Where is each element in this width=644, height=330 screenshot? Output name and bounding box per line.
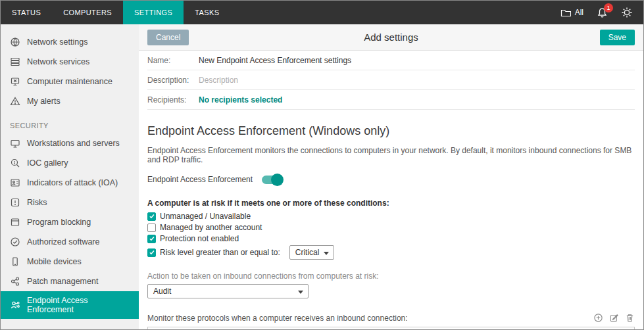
- edit-protocol-button[interactable]: [609, 313, 619, 323]
- sidebar-item-label: Computer maintenance: [27, 77, 112, 86]
- tab-status[interactable]: STATUS: [1, 1, 52, 24]
- top-navigation: STATUS COMPUTERS SETTINGS TASKS All 1: [1, 1, 643, 24]
- recipients-row: Recipients: No recipients selected: [147, 90, 635, 110]
- sidebar-item-network-services[interactable]: Network services: [1, 52, 139, 72]
- window-icon: [10, 217, 20, 227]
- settings-gear-button[interactable]: [621, 7, 633, 18]
- checkbox-managed-other[interactable]: [147, 224, 156, 232]
- action-value: Audit: [153, 287, 171, 296]
- condition-label: Managed by another account: [160, 223, 262, 232]
- recipients-label: Recipients:: [147, 95, 199, 105]
- sidebar-item-workstations-and-servers[interactable]: Workstations and servers: [1, 133, 139, 153]
- name-row: Name: New Endpoint Access Enforcement se…: [147, 51, 635, 70]
- action-dropdown-label: Action to be taken on inbound connection…: [147, 271, 635, 281]
- sidebar-item-endpoint-access-enforcement[interactable]: Endpoint Access Enforcement: [1, 291, 139, 319]
- sidebar-item-label: Network services: [27, 57, 89, 66]
- condition-label: Risk level greater than or equal to:: [160, 248, 280, 257]
- sidebar-item-label: Mobile devices: [27, 257, 82, 266]
- enforcement-toggle[interactable]: [262, 176, 282, 184]
- gear-icon: [621, 7, 633, 18]
- description-row: Description: Description: [147, 70, 635, 90]
- app-window: STATUS COMPUTERS SETTINGS TASKS All 1: [0, 0, 644, 330]
- page-title: Add settings: [139, 32, 643, 43]
- risk-level-value: Critical: [295, 248, 320, 257]
- tab-settings[interactable]: SETTINGS: [123, 1, 184, 24]
- computer-group-selector[interactable]: All: [560, 7, 583, 18]
- enforcement-toggle-row: Endpoint Access Enforcement: [147, 175, 635, 184]
- globe-icon: [10, 37, 20, 47]
- cancel-button[interactable]: Cancel: [147, 30, 189, 45]
- name-field[interactable]: New Endpoint Access Enforcement settings: [199, 56, 351, 65]
- sidebar-item-program-blocking[interactable]: Program blocking: [1, 212, 139, 232]
- checkbox-protection[interactable]: [147, 235, 156, 243]
- notifications-button[interactable]: 1: [597, 7, 608, 18]
- sidebar-item-patch-management[interactable]: Patch management: [1, 271, 139, 291]
- sidebar-item-my-alerts[interactable]: My alerts: [1, 91, 139, 111]
- sidebar-item-computer-maintenance[interactable]: Computer maintenance: [1, 72, 139, 91]
- sidebar-item-network-settings[interactable]: Network settings: [1, 32, 139, 52]
- sidebar-item-mobile-devices[interactable]: Mobile devices: [1, 252, 139, 271]
- tab-tasks[interactable]: TASKS: [184, 1, 230, 24]
- sidebar-item-label: My alerts: [27, 97, 61, 106]
- description-field[interactable]: Description: [199, 76, 238, 85]
- computer-maintenance-icon: [10, 76, 20, 87]
- toggle-knob: [271, 174, 284, 186]
- sidebar-item-label: Workstations and servers: [27, 139, 120, 148]
- save-button[interactable]: Save: [600, 30, 635, 45]
- condition-managed-other: Managed by another account: [147, 223, 635, 232]
- sidebar-item-label: Authorized software: [27, 237, 99, 247]
- sidebar-section-security: SECURITY: [1, 111, 139, 133]
- sidebar-item-authorized-software[interactable]: Authorized software: [1, 232, 139, 252]
- sidebar-item-label: Patch management: [27, 277, 98, 286]
- plus-circle-icon: [593, 313, 603, 323]
- sidebar-item-risks[interactable]: Risks: [1, 193, 139, 212]
- condition-risk-level: Risk level greater than or equal to: Cri…: [147, 245, 635, 260]
- checkbox-risk-level[interactable]: [147, 248, 156, 257]
- protocols-label: Monitor these protocols when a computer …: [147, 314, 408, 323]
- group-selector-label: All: [575, 8, 583, 17]
- trash-icon: [625, 313, 635, 323]
- sidebar-item-indicators-of-attack[interactable]: Indicators of attack (IOA): [1, 173, 139, 193]
- phone-icon: [10, 256, 20, 267]
- name-label: Name:: [147, 56, 199, 65]
- id-card-icon: [10, 177, 20, 188]
- sidebar-item-label: IOC gallery: [27, 158, 68, 168]
- notification-badge: 1: [604, 3, 613, 12]
- add-protocol-button[interactable]: [593, 313, 603, 323]
- monitor-icon: [10, 138, 20, 149]
- sidebar-item-label: Endpoint Access Enforcement: [27, 296, 130, 314]
- main-panel: Add settings Cancel Save Name: New Endpo…: [139, 24, 643, 329]
- alert-triangle-icon: [10, 96, 20, 106]
- risk-level-dropdown[interactable]: Critical: [289, 245, 335, 260]
- section-title: Endpoint Access Enforcement (Windows onl…: [147, 124, 635, 138]
- condition-label: Protection not enabled: [160, 234, 239, 243]
- check-circle-icon: [10, 237, 20, 247]
- tab-computers[interactable]: COMPUTERS: [52, 1, 123, 24]
- condition-label: Unmanaged / Unavailable: [160, 212, 251, 221]
- protocols-header: Monitor these protocols when a computer …: [147, 313, 635, 323]
- protocol-row-smb: SMB (139,445) Default Only workstations: [148, 327, 634, 329]
- delete-protocol-button[interactable]: [625, 313, 635, 323]
- settings-sidebar: Network settings Network services Comput…: [1, 24, 139, 329]
- folder-icon: [560, 7, 571, 18]
- protocols-list: SMB (139,445) Default Only workstations …: [147, 327, 635, 329]
- toggle-label: Endpoint Access Enforcement: [147, 175, 253, 184]
- endpoint-access-icon: [10, 300, 20, 310]
- conditions-heading: A computer is at risk if it meets one or…: [147, 199, 635, 208]
- description-label: Description:: [147, 76, 199, 85]
- exclamation-circle-icon: [10, 197, 20, 208]
- settings-form-header: Name: New Endpoint Access Enforcement se…: [139, 51, 643, 110]
- sidebar-item-label: Network settings: [27, 37, 87, 47]
- action-dropdown[interactable]: Audit: [147, 284, 309, 298]
- sidebar-item-label: Program blocking: [27, 218, 91, 227]
- patch-nodes-icon: [10, 276, 20, 287]
- sidebar-item-label: Indicators of attack (IOA): [27, 178, 118, 187]
- action-bar: Add settings Cancel Save: [139, 24, 643, 51]
- condition-unmanaged: Unmanaged / Unavailable: [147, 212, 635, 221]
- server-stack-icon: [10, 57, 20, 67]
- sidebar-item-ioc-gallery[interactable]: IOC gallery: [1, 153, 139, 173]
- settings-content: Endpoint Access Enforcement (Windows onl…: [139, 110, 643, 329]
- section-intro: Endpoint Access Enforcement monitors the…: [147, 146, 635, 164]
- recipients-link[interactable]: No recipients selected: [199, 95, 282, 105]
- checkbox-unmanaged[interactable]: [147, 212, 156, 221]
